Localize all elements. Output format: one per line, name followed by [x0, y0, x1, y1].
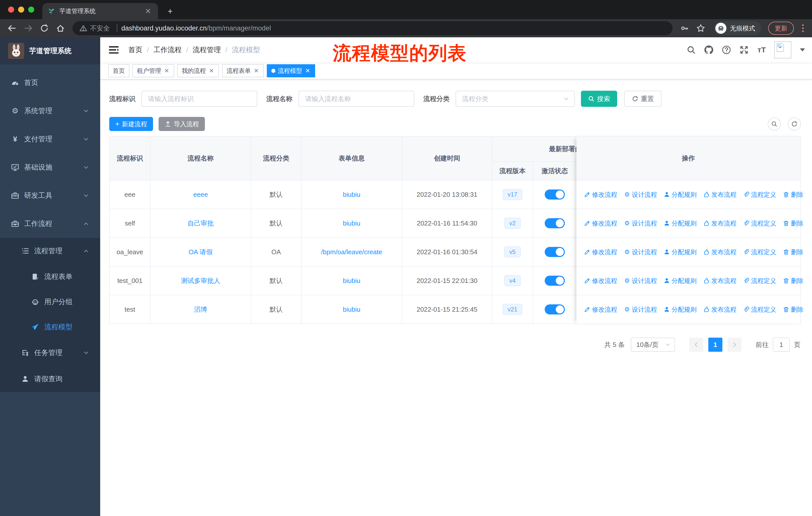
help-icon[interactable] [721, 45, 731, 55]
browser-tab[interactable]: 芋道管理系统 ✕ [42, 3, 158, 19]
sidebar-item-process-management[interactable]: 流程管理 [0, 238, 100, 264]
breadcrumb-home[interactable]: 首页 [128, 45, 142, 55]
breadcrumb-workflow[interactable]: 工作流程 [153, 45, 182, 55]
design-process-link[interactable]: ⚙设计流程 [624, 219, 657, 227]
process-definition-link[interactable]: 流程定义 [743, 190, 776, 199]
sidebar-item-workflow[interactable]: 工作流程 [0, 210, 100, 238]
assign-rule-link[interactable]: 分配规则 [664, 277, 697, 285]
forward-icon[interactable] [21, 21, 35, 35]
design-process-link[interactable]: ⚙设计流程 [624, 277, 657, 285]
delete-link[interactable]: 删除 [783, 219, 804, 227]
delete-link[interactable]: 删除 [783, 190, 804, 199]
delete-link[interactable]: 删除 [783, 248, 804, 256]
publish-process-link[interactable]: 发布流程 [703, 219, 736, 227]
sidebar-logo[interactable]: 芋道管理系统 [0, 37, 100, 64]
process-definition-link[interactable]: 流程定义 [743, 277, 776, 285]
close-icon[interactable]: ✕ [164, 67, 170, 74]
github-icon[interactable] [704, 45, 714, 55]
breadcrumb-process-management[interactable]: 流程管理 [193, 45, 221, 55]
window-zoom-button[interactable] [28, 6, 34, 12]
version-badge[interactable]: v21 [503, 304, 523, 315]
sidebar-item-leave-query[interactable]: 请假查询 [0, 366, 100, 392]
process-name-link[interactable]: OA 请假 [188, 248, 212, 256]
search-button[interactable]: 搜索 [581, 91, 617, 107]
design-process-link[interactable]: ⚙设计流程 [624, 190, 657, 199]
avatar-caret-icon[interactable] [800, 48, 805, 51]
next-page-button[interactable] [727, 337, 742, 352]
tab-close-icon[interactable]: ✕ [143, 7, 153, 16]
security-label[interactable]: 不安全 [90, 24, 110, 33]
modify-process-link[interactable]: 修改流程 [584, 219, 617, 227]
version-badge[interactable]: v5 [504, 246, 521, 257]
active-toggle[interactable] [545, 218, 565, 228]
sidebar-item-process-model[interactable]: 流程模型 [0, 315, 100, 340]
process-definition-link[interactable]: 流程定义 [743, 248, 776, 256]
sidebar-item-devtools[interactable]: 研发工具 [0, 182, 100, 210]
window-close-button[interactable] [8, 6, 14, 12]
assign-rule-link[interactable]: 分配规则 [664, 219, 697, 227]
create-process-button[interactable]: + 新建流程 [109, 117, 153, 131]
avatar[interactable] [774, 41, 791, 58]
hide-search-icon[interactable] [768, 117, 781, 131]
sidebar-item-home[interactable]: 首页 [0, 69, 100, 97]
version-badge[interactable]: v17 [503, 189, 523, 200]
form-info-link[interactable]: biubiu [343, 191, 360, 198]
tag-home[interactable]: 首页 [108, 64, 129, 77]
delete-link[interactable]: 删除 [783, 305, 804, 314]
assign-rule-link[interactable]: 分配规则 [664, 305, 697, 314]
tag-process-form[interactable]: 流程表单✕ [222, 64, 264, 77]
modify-process-link[interactable]: 修改流程 [584, 190, 617, 199]
modify-process-link[interactable]: 修改流程 [584, 305, 617, 314]
sidebar-item-payment[interactable]: ¥ 支付管理 [0, 125, 100, 153]
active-toggle[interactable] [545, 247, 565, 257]
reload-icon[interactable] [37, 21, 51, 35]
process-definition-link[interactable]: 流程定义 [743, 305, 776, 314]
active-toggle[interactable] [545, 189, 565, 199]
design-process-link[interactable]: ⚙设计流程 [624, 305, 657, 314]
refresh-icon[interactable] [788, 117, 801, 131]
modify-process-link[interactable]: 修改流程 [584, 248, 617, 256]
close-icon[interactable]: ✕ [253, 67, 259, 74]
reset-button[interactable]: 重置 [624, 91, 662, 107]
address-bar[interactable]: 不安全 dashboard.yudao.iocoder.cn/bpm/manag… [72, 21, 672, 35]
sidebar-fold-icon[interactable] [108, 44, 119, 55]
tag-tenant[interactable]: 租户管理✕ [133, 64, 174, 77]
process-name-link[interactable]: 测试多审批人 [181, 276, 220, 285]
sidebar-item-user-group[interactable]: 用户分组 [0, 289, 100, 315]
modify-process-link[interactable]: 修改流程 [584, 277, 617, 285]
active-toggle[interactable] [545, 304, 565, 315]
home-icon[interactable] [53, 21, 67, 35]
goto-page-input[interactable] [773, 337, 790, 352]
form-info-link[interactable]: /bpm/oa/leave/create [321, 248, 382, 256]
process-name-link[interactable]: 滔博 [194, 305, 207, 314]
publish-process-link[interactable]: 发布流程 [703, 248, 736, 256]
search-icon[interactable] [686, 45, 696, 55]
process-name-link[interactable]: eeee [193, 191, 208, 198]
form-info-link[interactable]: biubiu [343, 219, 360, 227]
process-category-select[interactable]: 流程分类 [456, 91, 575, 107]
window-controls[interactable] [8, 6, 34, 12]
active-toggle[interactable] [545, 276, 565, 286]
close-icon[interactable]: ✕ [208, 67, 214, 74]
import-process-button[interactable]: 导入流程 [158, 117, 205, 131]
sidebar-item-infrastructure[interactable]: 基础设施 [0, 153, 100, 182]
publish-process-link[interactable]: 发布流程 [703, 305, 736, 314]
prev-page-button[interactable] [689, 337, 703, 352]
browser-update-button[interactable]: 更新 [768, 22, 794, 35]
delete-link[interactable]: 删除 [783, 277, 804, 285]
tag-process-model[interactable]: 流程模型✕ [267, 64, 315, 77]
key-icon[interactable] [677, 21, 692, 35]
fullscreen-icon[interactable] [739, 45, 749, 55]
browser-menu-icon[interactable] [799, 24, 807, 32]
version-badge[interactable]: v2 [504, 218, 521, 229]
bookmark-star-icon[interactable] [694, 21, 708, 35]
process-name-input[interactable] [298, 91, 414, 107]
new-tab-button[interactable]: + [164, 5, 176, 17]
security-warning-icon[interactable] [80, 24, 87, 32]
back-icon[interactable] [5, 21, 19, 35]
publish-process-link[interactable]: 发布流程 [703, 277, 736, 285]
current-page-button[interactable]: 1 [708, 337, 722, 352]
sidebar-item-task-management[interactable]: 任务管理 [0, 340, 100, 366]
design-process-link[interactable]: ⚙设计流程 [624, 248, 657, 256]
form-info-link[interactable]: biubiu [343, 277, 360, 285]
